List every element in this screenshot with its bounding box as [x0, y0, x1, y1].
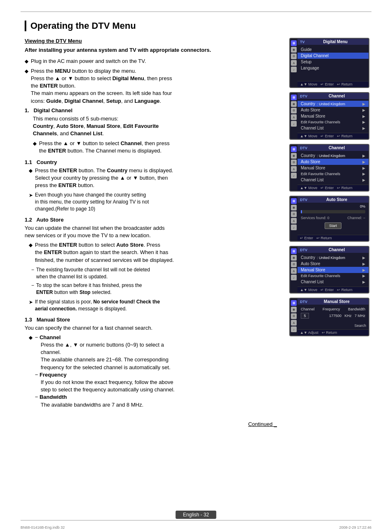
spacer-1	[297, 71, 369, 79]
bottom-border	[21, 520, 371, 520]
menu-row-edit-1: Edit Favourite Channels▶	[297, 119, 369, 125]
screen-dtv-ch3-menu: Country: United Kingdom▶ Auto Store▶ Man…	[297, 253, 369, 287]
diamond-icon-4: ◆	[29, 167, 32, 174]
screen-auto-header: DTV Auto Store	[297, 197, 369, 203]
section-1-title: 1. Digital Channel	[25, 107, 281, 113]
screen-dtv-channel-1: ▦ ◉ ⚙ A ♪ DTV Channel Country: United Ki…	[289, 92, 369, 140]
spacer-manual	[297, 319, 369, 324]
screen-auto-body: DTV Auto Store 0% Services found: 0 Chan…	[297, 197, 369, 241]
footer-move: ▲▼ Move	[300, 82, 317, 86]
screen-dtv-ch3-header: DTV Channel	[297, 247, 369, 253]
page-title: Operating the DTV Menu	[30, 21, 371, 31]
icon-dtv3-1: ▦	[291, 248, 297, 254]
section-1-body: This menu consists of 5 sub-menus: Count…	[25, 115, 281, 138]
screen-dtv3-label: DTV	[300, 248, 307, 252]
screen-tv-menu-body: TV Digital Menu Guide Digital Channel Se…	[297, 39, 369, 87]
screen-dtv-ch1-footer: ▲▼ Move ↵ Enter ↩ Return	[297, 133, 369, 139]
screen-icons-6: ▦ ◉ ⚙ A ♪	[290, 298, 297, 335]
icon-man-2: ◉	[291, 307, 297, 312]
header-channel: Channel	[301, 307, 315, 311]
progress-bar	[301, 210, 365, 213]
diamond-icon-3: ◆	[33, 140, 37, 147]
subsection-1-1-title: 1.1 Country	[25, 159, 281, 165]
icon-dtv3-3: ⚙	[291, 261, 297, 267]
screen-dtv-ch1-header: DTV Channel	[297, 93, 369, 99]
footer-return-3: ↩ Return	[337, 186, 353, 190]
bullet-item-2: ◆ Press the MENU button to display the m…	[25, 67, 281, 105]
icon-lang: A	[291, 60, 297, 66]
menu-row-auto-2: Auto Store▶	[297, 159, 369, 165]
manual-headers: Channel Frequency Bandwidth	[297, 306, 369, 312]
menu-row-edit-2: Edit Favourite Channels▶	[297, 171, 369, 177]
bullet-text-2: Press the MENU button to display the men…	[31, 67, 281, 105]
icon-ch: ◉	[291, 47, 297, 53]
icon-auto-5: ♪	[291, 224, 297, 230]
services-found: Services found: 0	[301, 216, 330, 220]
freq-val: 177500 KHz 7 MHz	[329, 314, 365, 318]
header-bandwidth: Bandwidth	[348, 307, 365, 311]
subsection-1-2-body: You can update the channel list when the…	[25, 224, 281, 240]
subsection-1-2-bullet-text: Press the ENTER button to select Auto St…	[35, 241, 281, 264]
menu-row-country-3: Country: United Kingdom▶	[297, 254, 369, 261]
start-button[interactable]: Start	[325, 222, 341, 229]
screen-auto-label: DTV	[300, 198, 307, 202]
screen-icons-2: ▦ ◉ ⚙ A ♪	[290, 93, 297, 139]
intro-text: After installing your antenna system and…	[25, 46, 281, 54]
bullet-item-1: ◆ Plug in the AC main power and switch o…	[25, 58, 281, 65]
subsection-1-1: 1.1 Country ◆ Press the ENTER button. Th…	[25, 159, 281, 213]
subsection-1-1-note-text: Even though you have changed the country…	[35, 192, 281, 212]
icon-dtv2-3: ⚙	[291, 160, 297, 165]
icon-man-1: ▦	[291, 300, 297, 306]
screen-dtv-ch2-footer: ▲▼ Move ↵ Enter ↩ Return	[297, 185, 369, 191]
manual-values: 5 177500 KHz 7 MHz	[297, 312, 369, 319]
screen-tv-footer: ▲▼ Move ↵ Enter ↩ Return	[297, 81, 369, 87]
menu-row-manual-1: Manual Store▶	[297, 113, 369, 119]
footer-return: ↩ Return	[337, 82, 353, 86]
icon-auto-3: ⚙	[291, 211, 297, 217]
screen-dtv-ch2-body: DTV Channel Country: United Kingdom▶ Aut…	[297, 145, 369, 191]
footer-enter: ↵ Enter	[321, 82, 334, 86]
footer-label: English - 32	[183, 512, 209, 518]
menu-row-auto-1: Auto Store▶	[297, 107, 369, 113]
subsection-1-2: 1.2 Auto Store You can update the channe…	[25, 217, 281, 312]
menu-row-setup: Setup	[297, 59, 369, 65]
menu-row-language: Language	[297, 65, 369, 71]
icon-dtv1-3: ⚙	[291, 108, 297, 113]
screen-auto-title: Auto Store	[307, 197, 366, 202]
page-title-block: Operating the DTV Menu	[25, 21, 371, 31]
section-1: 1. Digital Channel This menu consists of…	[25, 107, 281, 155]
screen-dtv-ch1-menu: Country: United Kingdom▶ Auto Store▶ Man…	[297, 99, 369, 133]
auto-store-note: ➤ If the signal status is poor, No servi…	[25, 298, 281, 312]
auto-store-note-text: If the signal status is poor, No service…	[35, 298, 281, 312]
channel-dash: Channel: −	[347, 216, 365, 220]
menu-row-manual-2: Manual Store▶	[297, 165, 369, 171]
menu-row-list-2: Channel List▶	[297, 177, 369, 183]
subsection-1-1-bullet-1: ◆ Press the ENTER button. The Country me…	[25, 167, 281, 190]
diamond-icon-2: ◆	[25, 68, 28, 75]
subsection-1-2-title: 1.2 Auto Store	[25, 217, 281, 223]
screen-manual-header: DTV Manual Store	[297, 298, 369, 305]
channel-val: 5	[301, 313, 309, 319]
screen-tv-label: TV	[300, 40, 305, 44]
icon-auto-1: ▦	[291, 198, 297, 204]
section-heading: Viewing the DTV Menu	[25, 38, 281, 44]
icon-man-3: ⚙	[291, 313, 297, 319]
menu-row-manual-3: Manual Store▶	[297, 267, 369, 273]
footer-return-auto: ↩ Return	[316, 236, 332, 240]
menu-row-list-3: Channel List▶	[297, 279, 369, 285]
footer-bar: English - 32	[175, 511, 216, 519]
screen-auto-inner: ▦ ◉ ⚙ A ♪ DTV Auto Store 0%	[290, 197, 369, 241]
icon-dtv3-5: ♪	[291, 275, 297, 280]
icon-dtv2-1: ▦	[291, 146, 297, 152]
screen-manual-footer: ▲▼ Adjust ↩ Return	[297, 329, 369, 335]
screen-dtv-ch3-inner: ▦ ◉ ⚙ A ♪ DTV Channel Country: United Ki…	[290, 247, 369, 293]
section-1-bullet-text: Press the ▲ or ▼ button to select Channe…	[39, 140, 281, 155]
subsection-1-2-bullet: ◆ Press the ENTER button to select Auto …	[25, 241, 281, 264]
footer-enter-3: ↵ Enter	[321, 186, 334, 190]
icon-dtv1-1: ▦	[291, 95, 297, 100]
icon-man-4: A	[291, 320, 297, 326]
screen-manual-content: Channel Frequency Bandwidth 5 177500 KHz…	[297, 305, 369, 329]
subsection-1-3: 1.3 Manual Store You can specify the cha…	[25, 317, 281, 409]
icon-dtv1-2: ◉	[291, 101, 297, 107]
screen-dtv-manual-store: ▦ ◉ ⚙ A ♪ DTV Manual Store Chann	[289, 298, 369, 336]
